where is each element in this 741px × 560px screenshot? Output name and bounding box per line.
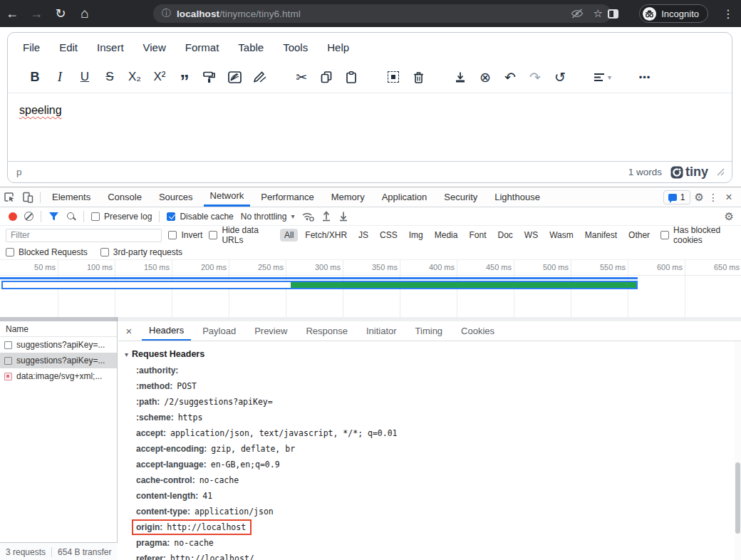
devtools-settings-icon[interactable]: ⚙ [695, 191, 704, 204]
vertical-scrollbar[interactable] [735, 341, 741, 560]
network-conditions-icon[interactable] [301, 212, 314, 222]
blocked-requests-toggle[interactable]: Blocked Requests [6, 247, 88, 257]
tab-lighthouse[interactable]: Lighthouse [488, 187, 546, 207]
request-row[interactable]: suggestions?apiKey=... [0, 353, 117, 368]
tab-security[interactable]: Security [437, 187, 484, 207]
filter-type-wasm[interactable]: Wasm [545, 229, 578, 242]
disable-cache-checkbox[interactable] [167, 212, 175, 221]
cancel-button[interactable]: ⊗ [477, 67, 494, 87]
detail-tab-response[interactable]: Response [299, 321, 355, 341]
filter-type-all[interactable]: All [280, 229, 298, 242]
filter-type-font[interactable]: Font [465, 229, 490, 242]
tab-elements[interactable]: Elements [46, 187, 97, 207]
resize-handle-icon[interactable] [717, 168, 725, 176]
detail-tab-preview[interactable]: Preview [247, 321, 294, 341]
filter-type-other[interactable]: Other [624, 229, 654, 242]
detail-tab-cookies[interactable]: Cookies [454, 321, 502, 341]
superscript-button[interactable]: X² [151, 67, 168, 87]
disclosure-triangle-icon[interactable]: ▾ [125, 351, 128, 358]
invert-toggle[interactable]: Invert [168, 230, 202, 240]
third-party-toggle[interactable]: 3rd-party requests [100, 247, 182, 257]
undo-button[interactable]: ↶ [502, 67, 519, 87]
devtools-close-icon[interactable]: × [722, 191, 735, 204]
issues-badge[interactable]: 1 [663, 190, 690, 204]
cut-button[interactable]: ✂ [293, 67, 310, 87]
format-painter-button[interactable] [201, 67, 218, 87]
filter-type-js[interactable]: JS [354, 229, 373, 242]
inspect-element-icon[interactable] [0, 188, 19, 207]
strikethrough-button[interactable]: S [101, 67, 118, 87]
select-all-button[interactable] [385, 67, 402, 87]
export-button[interactable] [452, 67, 469, 87]
italic-button[interactable]: I [51, 67, 68, 87]
tiny-brand[interactable]: tiny [670, 165, 708, 180]
menu-help[interactable]: Help [327, 41, 349, 53]
invert-checkbox[interactable] [168, 231, 177, 239]
subscript-button[interactable]: X₂ [126, 67, 143, 87]
filter-type-manifest[interactable]: Manifest [581, 229, 621, 242]
image-button[interactable] [226, 67, 243, 87]
permanent-pen-button[interactable] [251, 67, 268, 87]
disable-cache-toggle[interactable]: Disable cache [167, 212, 233, 222]
detail-tab-headers[interactable]: Headers [142, 321, 191, 341]
tab-sources[interactable]: Sources [152, 187, 200, 207]
blocked-requests-checkbox[interactable] [6, 248, 14, 256]
menu-tools[interactable]: Tools [283, 41, 308, 53]
network-search-icon[interactable] [66, 212, 76, 222]
devtools-menu-icon[interactable]: ⋮ [708, 192, 718, 203]
align-left-button[interactable]: ▾ [594, 67, 611, 87]
name-column-header[interactable]: Name [0, 321, 117, 337]
menu-view[interactable]: View [143, 41, 166, 53]
menu-insert[interactable]: Insert [97, 41, 124, 53]
menu-table[interactable]: Table [238, 41, 264, 53]
misspelled-word[interactable]: speeling [19, 104, 62, 116]
request-row[interactable]: data:image/svg+xml;... [0, 368, 117, 384]
clear-network-log-icon[interactable] [24, 212, 33, 221]
menu-file[interactable]: File [23, 41, 40, 53]
detail-tab-timing[interactable]: Timing [408, 321, 450, 341]
import-har-icon[interactable] [321, 211, 331, 222]
reload-icon[interactable]: ↻ [48, 6, 73, 21]
detail-tab-initiator[interactable]: Initiator [359, 321, 404, 341]
editor-content-area[interactable]: speeling [8, 93, 732, 161]
request-headers-section[interactable]: ▾ Request Headers [118, 346, 741, 363]
filter-type-ws[interactable]: WS [520, 229, 542, 242]
has-blocked-cookies-checkbox[interactable] [660, 231, 669, 239]
network-overview-timeline[interactable]: 50 ms100 ms150 ms200 ms250 ms300 ms350 m… [0, 260, 741, 321]
preserve-log-toggle[interactable]: Preserve log [91, 212, 152, 222]
preserve-log-checkbox[interactable] [91, 212, 100, 221]
address-bar[interactable]: ⓘ localhost/tinymce/tiny6.html ☆ [153, 4, 611, 23]
copy-button[interactable] [318, 67, 335, 87]
filter-type-css[interactable]: CSS [375, 229, 402, 242]
redo-button[interactable]: ↷ [527, 67, 544, 87]
home-icon[interactable]: ⌂ [73, 6, 97, 21]
menu-format[interactable]: Format [185, 41, 219, 53]
tab-console[interactable]: Console [101, 187, 148, 207]
delete-button[interactable] [410, 67, 427, 87]
hide-data-urls-toggle[interactable]: Hide data URLs [209, 225, 274, 245]
filter-input[interactable] [6, 229, 162, 242]
blockquote-button[interactable]: ” [176, 67, 193, 87]
close-detail-icon[interactable]: × [118, 325, 140, 337]
side-panel-icon[interactable] [608, 9, 618, 19]
record-network-log-icon[interactable] [9, 212, 17, 221]
tab-network[interactable]: Network [204, 187, 251, 207]
element-path[interactable]: p [16, 167, 22, 177]
underline-button[interactable]: U [76, 67, 93, 87]
browser-menu-icon[interactable]: ⋮ [721, 7, 735, 21]
hide-data-urls-checkbox[interactable] [209, 231, 217, 239]
tab-memory[interactable]: Memory [325, 187, 371, 207]
back-icon[interactable]: ← [0, 6, 24, 21]
word-count[interactable]: 1 words [628, 167, 662, 177]
network-settings-icon[interactable]: ⚙ [725, 210, 741, 223]
restore-draft-button[interactable]: ↺ [551, 67, 569, 87]
bold-button[interactable]: B [26, 67, 43, 87]
detail-tab-payload[interactable]: Payload [195, 321, 243, 341]
device-toolbar-icon[interactable] [19, 188, 37, 207]
filter-funnel-icon[interactable] [48, 212, 59, 222]
eye-off-icon[interactable] [571, 9, 584, 19]
third-party-checkbox[interactable] [100, 248, 109, 256]
filter-type-media[interactable]: Media [430, 229, 462, 242]
filter-type-fetch-xhr[interactable]: Fetch/XHR [301, 229, 351, 242]
tab-performance[interactable]: Performance [254, 187, 320, 207]
